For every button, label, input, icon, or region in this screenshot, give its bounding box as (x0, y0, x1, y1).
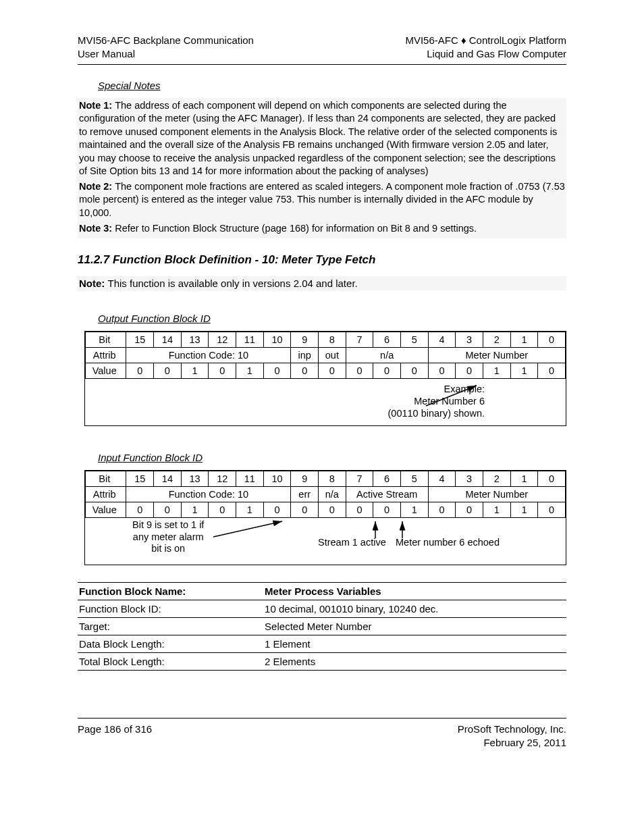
cell-bit: 6 (373, 471, 401, 487)
cell-value: 0 (428, 363, 456, 379)
table-row: Target: Selected Meter Number (78, 618, 566, 635)
cell-bit: 2 (483, 332, 510, 348)
table-row: Attrib Function Code: 10 inp out n/a Met… (86, 348, 566, 363)
cell-bit: 11 (236, 471, 264, 487)
info-key: Total Block Length: (78, 653, 263, 671)
cell-value: 0 (538, 502, 566, 518)
cell-value: 0 (319, 363, 346, 379)
note-firmware-block: Note: This function is available only in… (78, 276, 566, 290)
special-notes-heading: Special Notes (98, 80, 161, 91)
cell-value: 1 (181, 502, 209, 518)
cell-bit: 4 (428, 471, 456, 487)
cell-value: 0 (263, 363, 291, 379)
cell-value: 0 (346, 363, 373, 379)
table-row: Total Block Length: 2 Elements (78, 653, 566, 671)
cell-value: 0 (400, 363, 428, 379)
cell-value: 1 (181, 363, 209, 379)
cell-bit: 0 (538, 471, 566, 487)
footer-page-number: Page 186 of 316 (78, 723, 152, 735)
header-right-line2: Liquid and Gas Flow Computer (427, 48, 566, 59)
info-val: Selected Meter Number (263, 618, 566, 635)
input-annotation: Bit 9 is set to 1 if any meter alarm bit… (85, 518, 566, 565)
cell-attrib-label: Attrib (86, 487, 126, 502)
cell-bit: 7 (346, 332, 373, 348)
cell-bit: 12 (209, 332, 236, 348)
input-left-note-l1: Bit 9 is set to 1 if (132, 519, 204, 530)
cell-active-stream: Active Stream (346, 487, 428, 502)
note3-text: Refer to Function Block Structure (page … (115, 223, 477, 234)
note2-label: Note 2: (79, 181, 115, 192)
note1-text: The address of each component will depen… (79, 100, 557, 177)
cell-value: 0 (126, 363, 154, 379)
cell-value: 0 (456, 363, 483, 379)
cell-value-label: Value (86, 363, 126, 379)
cell-bit: 4 (428, 332, 456, 348)
cell-value: 1 (483, 363, 510, 379)
page-header: MVI56-AFC Backplane Communication User M… (78, 34, 566, 61)
info-val: 1 Element (263, 635, 566, 653)
cell-bit: 11 (236, 332, 264, 348)
info-key: Function Block Name: (78, 583, 263, 600)
input-right-note: Meter number 6 echoed (396, 537, 500, 548)
cell-func-code: Function Code: 10 (126, 348, 291, 363)
output-annot-l2: Meter Number 6 (414, 396, 485, 407)
footer-date: February 25, 2011 (483, 737, 566, 748)
cell-bit-label: Bit (86, 471, 126, 487)
cell-bit: 0 (538, 332, 566, 348)
cell-bit: 15 (126, 332, 154, 348)
cell-bit: 3 (456, 332, 483, 348)
note2-text: The component mole fractions are entered… (79, 181, 565, 218)
svg-line-1 (213, 521, 282, 537)
input-fb-table: Bit 15 14 13 12 11 10 9 8 7 6 5 4 3 2 1 … (85, 471, 566, 518)
cell-na: n/a (319, 487, 346, 502)
input-mid-note: Stream 1 active (318, 537, 386, 548)
cell-bit: 1 (510, 471, 538, 487)
cell-value: 1 (236, 363, 264, 379)
cell-value: 0 (538, 363, 566, 379)
cell-value: 1 (236, 502, 264, 518)
cell-bit: 1 (510, 332, 538, 348)
output-annot-l3: (00110 binary) shown. (388, 408, 485, 419)
cell-attrib-label: Attrib (86, 348, 126, 363)
cell-value: 1 (510, 363, 538, 379)
special-notes-block: Note 1: The address of each component wi… (78, 98, 566, 239)
cell-bit: 5 (400, 332, 428, 348)
cell-bit: 14 (154, 471, 182, 487)
output-fb-table: Bit 15 14 13 12 11 10 9 8 7 6 5 4 3 2 1 … (85, 332, 566, 379)
cell-bit: 9 (291, 332, 319, 348)
cell-value: 0 (154, 363, 182, 379)
header-right-line1: MVI56-AFC ♦ ControlLogix Platform (405, 34, 566, 46)
cell-value: 0 (154, 502, 182, 518)
cell-value: 0 (209, 363, 236, 379)
cell-func-code: Function Code: 10 (126, 487, 291, 502)
cell-value: 0 (373, 502, 401, 518)
cell-bit: 8 (319, 471, 346, 487)
header-rule (78, 64, 566, 65)
cell-value: 0 (263, 502, 291, 518)
cell-value: 0 (126, 502, 154, 518)
cell-value: 0 (209, 502, 236, 518)
cell-bit: 2 (483, 471, 510, 487)
cell-value-label: Value (86, 502, 126, 518)
cell-value: 0 (373, 363, 401, 379)
cell-bit: 3 (456, 471, 483, 487)
cell-value: 0 (346, 502, 373, 518)
page-footer: Page 186 of 316 ProSoft Technology, Inc.… (78, 723, 566, 750)
note3-label: Note 3: (79, 223, 115, 234)
note-firmware-label: Note: (79, 278, 108, 289)
cell-inp: inp (291, 348, 319, 363)
cell-bit: 5 (400, 471, 428, 487)
info-val: 2 Elements (263, 653, 566, 671)
footer-company: ProSoft Technology, Inc. (458, 723, 566, 735)
cell-bit: 10 (263, 471, 291, 487)
table-row: Bit 15 14 13 12 11 10 9 8 7 6 5 4 3 2 1 … (86, 471, 566, 487)
table-row: Value 0 0 1 0 1 0 0 0 0 0 0 0 0 1 1 0 (86, 363, 566, 379)
output-annotation: Example: Meter Number 6 (00110 binary) s… (85, 379, 566, 425)
cell-meter-number: Meter Number (428, 487, 565, 502)
cell-err: err (291, 487, 319, 502)
cell-value: 0 (291, 363, 319, 379)
cell-na: n/a (346, 348, 428, 363)
cell-bit: 6 (373, 332, 401, 348)
footer-rule (78, 718, 566, 719)
cell-value: 0 (456, 502, 483, 518)
